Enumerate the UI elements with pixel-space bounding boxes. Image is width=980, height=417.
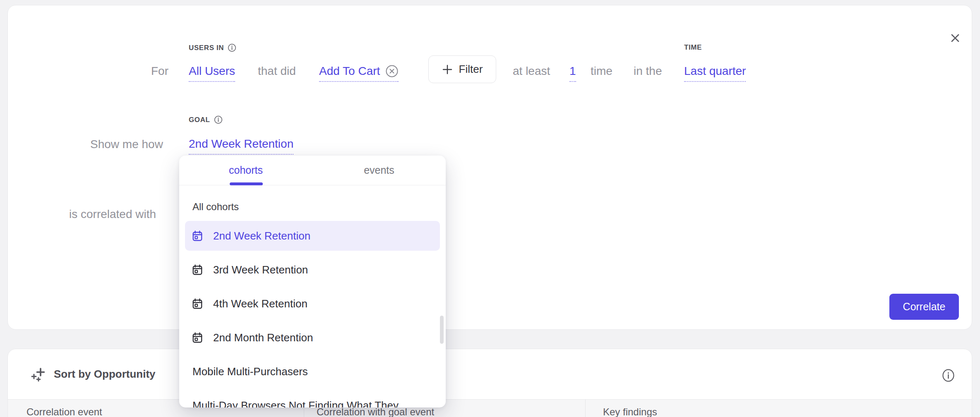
users-in-label: USERS IN bbox=[189, 43, 236, 52]
sparkles-icon bbox=[31, 366, 46, 382]
calendar-icon bbox=[191, 230, 204, 242]
column-divider bbox=[585, 400, 586, 417]
correlate-screen: USERS IN For All Users that did Add To C… bbox=[0, 0, 980, 417]
event-selector-label: Add To Cart bbox=[319, 64, 380, 78]
time-range-selector[interactable]: Last quarter bbox=[684, 64, 746, 82]
cohort-event-dropdown: cohorts events All cohorts 2nd Week Rete… bbox=[179, 156, 446, 407]
list-item-label: Mobile Multi-Purchasers bbox=[192, 365, 308, 378]
show-me-how-text: Show me how bbox=[90, 137, 163, 151]
close-button[interactable] bbox=[944, 27, 966, 49]
results-table-header-row: Correlation event Correlation with goal … bbox=[8, 399, 972, 417]
list-item-cohort[interactable]: Multi-Day Browsers Not Finding What They bbox=[185, 391, 440, 407]
count-selector[interactable]: 1 bbox=[569, 64, 576, 82]
event-selector[interactable]: Add To Cart bbox=[319, 64, 399, 82]
remove-event-icon[interactable] bbox=[385, 65, 399, 78]
info-icon[interactable] bbox=[228, 43, 236, 52]
in-the-text: in the bbox=[634, 64, 662, 78]
query-builder-card: USERS IN For All Users that did Add To C… bbox=[7, 5, 972, 330]
is-correlated-with-text: is correlated with bbox=[69, 207, 156, 221]
active-tab-indicator bbox=[230, 182, 263, 185]
cohort-selector[interactable]: All Users bbox=[189, 64, 235, 82]
sort-by-opportunity-button[interactable]: Sort by Opportunity bbox=[31, 366, 156, 382]
column-header-key-findings: Key findings bbox=[603, 406, 657, 417]
cohort-list: 2nd Week Retention 3rd Week Retention bbox=[179, 221, 446, 407]
list-item-cohort[interactable]: 3rd Week Retention bbox=[185, 255, 440, 285]
info-icon[interactable] bbox=[214, 115, 223, 124]
time-label: TIME bbox=[684, 43, 702, 52]
calendar-icon bbox=[191, 264, 204, 276]
list-item-label: 2nd Week Retention bbox=[213, 230, 310, 242]
correlate-button[interactable]: Correlate bbox=[889, 294, 959, 320]
column-header-correlation-event: Correlation event bbox=[26, 406, 102, 417]
dropdown-tabs: cohorts events bbox=[179, 156, 446, 185]
column-header-correlation-with-goal-event: Correlation with goal event bbox=[317, 406, 434, 417]
list-item-cohort[interactable]: 2nd Month Retention bbox=[185, 323, 440, 352]
results-info-button[interactable] bbox=[940, 367, 956, 383]
tab-events[interactable]: events bbox=[312, 156, 446, 185]
add-filter-button[interactable]: Filter bbox=[428, 55, 496, 83]
calendar-icon bbox=[191, 297, 204, 310]
list-item-label: 4th Week Retention bbox=[213, 297, 307, 310]
results-card: Sort by Opportunity Correlation event Co… bbox=[7, 349, 972, 417]
goal-label: GOAL bbox=[189, 115, 223, 124]
dropdown-scrollbar[interactable] bbox=[440, 316, 444, 344]
time-unit-text: time bbox=[591, 64, 612, 78]
sort-by-opportunity-label: Sort by Opportunity bbox=[54, 368, 156, 381]
time-label-text: TIME bbox=[684, 43, 702, 52]
that-did-text: that did bbox=[258, 64, 296, 78]
info-icon bbox=[942, 369, 955, 382]
goal-selector[interactable]: 2nd Week Retention bbox=[189, 137, 293, 155]
list-item-cohort[interactable]: 4th Week Retention bbox=[185, 289, 440, 319]
users-in-label-text: USERS IN bbox=[189, 44, 224, 52]
goal-label-text: GOAL bbox=[189, 116, 210, 124]
for-text: For bbox=[151, 64, 168, 78]
list-item-cohort[interactable]: Mobile Multi-Purchasers bbox=[185, 357, 440, 386]
list-item-label: Multi-Day Browsers Not Finding What They bbox=[192, 399, 399, 408]
dropdown-section-header: All cohorts bbox=[192, 201, 239, 213]
list-item-label: 2nd Month Retention bbox=[213, 331, 313, 344]
tab-cohorts[interactable]: cohorts bbox=[179, 156, 312, 185]
list-item-label: 3rd Week Retention bbox=[213, 264, 308, 276]
plus-icon bbox=[442, 64, 453, 75]
at-least-text: at least bbox=[513, 64, 550, 78]
calendar-icon bbox=[191, 331, 204, 344]
close-icon bbox=[948, 31, 962, 45]
add-filter-label: Filter bbox=[459, 63, 483, 76]
list-item-cohort[interactable]: 2nd Week Retention bbox=[185, 221, 440, 251]
